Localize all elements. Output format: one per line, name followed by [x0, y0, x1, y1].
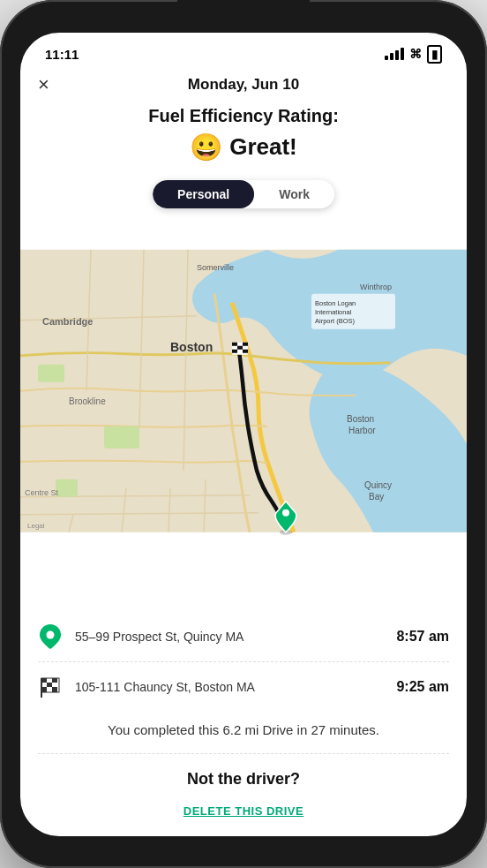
svg-rect-3 — [104, 426, 139, 448]
not-driver-text: Not the driver? — [187, 770, 300, 788]
svg-text:Boston: Boston — [170, 339, 213, 353]
battery-icon: ▮ — [427, 45, 442, 64]
rating-emoji: 😀 — [190, 132, 222, 162]
status-bar: 11:11 ⌘ ▮ — [20, 33, 467, 69]
signal-icon — [385, 48, 404, 60]
svg-rect-2 — [38, 364, 64, 381]
svg-text:Legal: Legal — [27, 521, 45, 529]
svg-text:Centre St: Centre St — [25, 487, 59, 496]
svg-rect-31 — [52, 678, 57, 683]
svg-text:Cambridge: Cambridge — [42, 315, 93, 326]
start-time: 8:57 am — [396, 629, 449, 645]
end-flag-icon — [38, 675, 63, 699]
delete-drive-section[interactable]: DELETE THIS DRIVE — [20, 796, 467, 836]
start-pin-icon — [38, 624, 63, 649]
svg-rect-4 — [56, 479, 78, 496]
svg-text:International: International — [315, 307, 352, 315]
personal-toggle[interactable]: Personal — [153, 180, 254, 208]
svg-text:Quincy: Quincy — [364, 479, 392, 489]
svg-rect-32 — [47, 683, 52, 687]
map-background: Cambridge Boston Brookline Boston Harbor… — [20, 170, 467, 613]
svg-text:Winthrop: Winthrop — [360, 282, 392, 291]
end-time: 9:25 am — [396, 679, 449, 695]
rating-text: Great! — [229, 133, 297, 161]
svg-rect-23 — [237, 345, 243, 349]
delete-drive-button[interactable]: DELETE THIS DRIVE — [184, 804, 303, 818]
wifi-icon: ⌘ — [409, 47, 422, 61]
start-route-item: 55–99 Prospect St, Quincy MA 8:57 am — [38, 612, 449, 661]
svg-rect-22 — [243, 342, 248, 345]
svg-point-28 — [47, 631, 55, 639]
svg-text:Bay: Bay — [369, 491, 384, 501]
map-container: Cambridge Boston Brookline Boston Harbor… — [20, 170, 467, 613]
svg-text:Boston: Boston — [347, 413, 374, 423]
start-address: 55–99 Prospect St, Quincy MA — [75, 630, 384, 644]
svg-rect-34 — [52, 687, 57, 692]
svg-text:Brookline: Brookline — [69, 396, 106, 405]
drive-summary-text: You completed this 6.2 mi Drive in 27 mi… — [108, 722, 379, 737]
svg-point-27 — [282, 509, 289, 516]
phone-notch — [177, 0, 310, 25]
details-section: 55–99 Prospect St, Quincy MA 8:57 am — [20, 612, 467, 753]
svg-text:Airport (BOS): Airport (BOS) — [315, 316, 356, 324]
not-driver-section: Not the driver? — [20, 754, 467, 796]
rating-value: 😀 Great! — [38, 132, 449, 162]
phone-screen: 11:11 ⌘ ▮ × Monday, Jun 10 Fuel Efficien… — [20, 33, 467, 836]
status-icons: ⌘ ▮ — [385, 45, 442, 64]
svg-rect-24 — [232, 349, 237, 352]
svg-rect-21 — [232, 342, 237, 345]
header-date: Monday, Jun 10 — [188, 76, 299, 94]
end-route-item: 105-111 Chauncy St, Boston MA 9:25 am — [38, 662, 449, 712]
rating-section: Fuel Efficiency Rating: 😀 Great! — [20, 97, 467, 170]
svg-text:Somerville: Somerville — [197, 262, 234, 271]
rating-title: Fuel Efficiency Rating: — [38, 106, 449, 126]
close-button[interactable]: × — [38, 75, 49, 94]
svg-rect-25 — [243, 349, 248, 352]
status-time: 11:11 — [45, 47, 79, 62]
end-address: 105-111 Chauncy St, Boston MA — [75, 680, 384, 694]
work-toggle[interactable]: Work — [254, 180, 334, 208]
svg-text:Boston Logan: Boston Logan — [315, 298, 356, 306]
map-toggle[interactable]: Personal Work — [153, 180, 334, 208]
drive-summary: You completed this 6.2 mi Drive in 27 mi… — [38, 712, 449, 753]
svg-text:Harbor: Harbor — [348, 425, 376, 434]
phone-frame: 11:11 ⌘ ▮ × Monday, Jun 10 Fuel Efficien… — [0, 0, 487, 868]
header: × Monday, Jun 10 — [20, 69, 467, 97]
map-svg: Cambridge Boston Brookline Boston Harbor… — [20, 170, 467, 613]
